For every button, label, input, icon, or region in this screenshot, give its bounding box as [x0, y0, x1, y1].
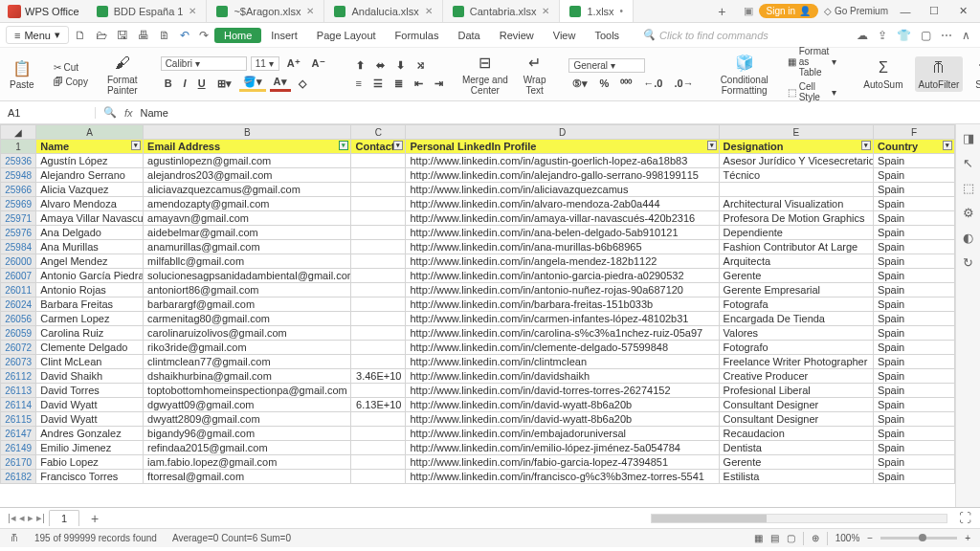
cell[interactable]: Spain [874, 441, 955, 455]
indent-icon[interactable]: ⇤ [411, 77, 427, 91]
menu-formulas[interactable]: Formulas [386, 28, 449, 43]
cell[interactable]: Spain [874, 298, 955, 312]
row-header[interactable]: 26115 [1, 412, 36, 427]
grid[interactable]: ◢ABCDEF 1Name▾Email Address▾Contact▾Pers… [0, 124, 955, 507]
command-search[interactable]: 🔍 Click to find commands [631, 29, 851, 41]
cell[interactable]: Valores [719, 326, 874, 341]
cell[interactable]: Spain [874, 154, 955, 168]
cell[interactable]: Francisco Torres [36, 470, 144, 484]
cell[interactable]: refindaa2015@gmail.com [144, 441, 351, 455]
cell[interactable]: 6.13E+10 [351, 398, 406, 412]
view-page-icon[interactable]: ▢ [787, 533, 795, 543]
cell[interactable]: http://www.linkedin.com/in/agustin-goerl… [406, 154, 719, 168]
cell[interactable] [351, 283, 406, 298]
row-header[interactable]: 26056 [1, 312, 36, 326]
bold-button[interactable]: B [161, 77, 176, 90]
orientation-icon[interactable]: ⤭ [412, 58, 429, 73]
cell[interactable] [351, 427, 406, 441]
open-file-icon[interactable]: 🗁 [92, 29, 111, 42]
cell[interactable]: Carmen Lopez [36, 312, 144, 326]
cell[interactable]: Dentista [719, 441, 874, 455]
cell[interactable]: http://www.linkedin.com/in/ana-belen-del… [406, 226, 719, 240]
cell[interactable]: Spain [874, 355, 955, 369]
column-header[interactable]: D [406, 125, 719, 140]
cell[interactable]: Fotografo [719, 341, 874, 355]
cell[interactable]: http://www.linkedin.com/in/ana-murillas-… [406, 240, 719, 254]
sign-in-button[interactable]: Sign in👤 [759, 4, 819, 18]
cloud-icon[interactable]: ☁ [853, 29, 872, 42]
cell[interactable]: dgwyatt09@gmail.com [144, 398, 351, 412]
cell[interactable]: David Wyatt [36, 412, 144, 427]
properties-icon[interactable]: ◐ [961, 230, 976, 245]
row-header[interactable]: 26147 [1, 427, 36, 441]
cell[interactable] [351, 341, 406, 355]
align-middle-icon[interactable]: ⬌ [372, 58, 389, 73]
cell[interactable]: http://www.linkedin.com/in/amaya-villar-… [406, 211, 719, 226]
cell[interactable] [351, 211, 406, 226]
filter-dropdown-icon[interactable]: ▾ [943, 141, 952, 150]
new-file-icon[interactable]: 🗋 [71, 29, 90, 42]
format-painter-button[interactable]: 🖌Format Painter [103, 54, 142, 96]
collapse-ribbon-icon[interactable]: ⋯ [937, 29, 956, 42]
column-header[interactable]: A [36, 125, 144, 140]
cell[interactable]: Spain [874, 226, 955, 240]
cell-reference[interactable]: A1 [0, 107, 96, 119]
cell[interactable]: Spain [874, 197, 955, 211]
cell[interactable]: Spain [874, 455, 955, 470]
menu-review[interactable]: Review [490, 28, 544, 43]
tab-close-icon[interactable]: • [620, 6, 624, 16]
cell[interactable] [351, 240, 406, 254]
tab-close-icon[interactable]: ✕ [306, 6, 314, 16]
cell[interactable]: Gerente [719, 455, 874, 470]
cell[interactable]: Alejandro Serrano [36, 168, 144, 183]
cell[interactable]: Barbara Freitas [36, 298, 144, 312]
expand-grid-icon[interactable]: ⛶ [957, 511, 972, 526]
cell[interactable]: Spain [874, 283, 955, 298]
add-sheet-button[interactable]: + [83, 511, 106, 526]
row-header[interactable]: 26113 [1, 384, 36, 398]
row-header[interactable]: 26000 [1, 254, 36, 269]
column-header[interactable]: E [719, 125, 874, 140]
comma-icon[interactable]: ⁰⁰⁰ [616, 77, 635, 91]
number-format-select[interactable]: General ▾ [568, 58, 645, 73]
close-button[interactable]: ✕ [951, 5, 974, 17]
cell[interactable]: bigandy96@gmail.com [144, 427, 351, 441]
select-all-corner[interactable]: ◢ [1, 125, 36, 140]
column-header[interactable]: B [144, 125, 351, 140]
increase-decimal-icon[interactable]: ←.0 [639, 77, 666, 90]
cell[interactable] [351, 154, 406, 168]
panel-toggle-icon[interactable]: ◨ [961, 130, 976, 145]
header-cell[interactable]: Email Address▾ [144, 140, 351, 154]
copy-button[interactable]: 🗐 Copy [50, 76, 92, 88]
go-premium-button[interactable]: ◇ Go Premium [824, 6, 888, 16]
header-cell[interactable]: Country▾ [874, 140, 955, 154]
cell[interactable]: amendozapty@gmail.com [144, 197, 351, 211]
cell[interactable]: http://www.linkedin.com/in/aliciavazquez… [406, 183, 719, 197]
cell[interactable]: Angel Mendez [36, 254, 144, 269]
cell[interactable]: clintmclean77@gmail.com [144, 355, 351, 369]
view-layout-icon[interactable]: ▤ [770, 533, 779, 543]
fx-icon[interactable]: fx [124, 107, 133, 119]
row-header[interactable]: 1 [1, 140, 36, 154]
cell[interactable]: http://www.linkedin.com/in/barbara-freit… [406, 298, 719, 312]
increase-font-icon[interactable]: A⁺ [283, 56, 304, 71]
cell[interactable] [351, 183, 406, 197]
cell[interactable]: Estilista [719, 470, 874, 484]
formula-content[interactable]: Name [141, 107, 168, 119]
underline-button[interactable]: U [194, 77, 210, 90]
print-preview-icon[interactable]: 🗎 [155, 29, 174, 42]
new-tab-button[interactable]: + [706, 4, 737, 19]
cell[interactable]: amayavn@gmail.com [144, 211, 351, 226]
cell[interactable]: Spain [874, 211, 955, 226]
clear-format-button[interactable]: ◇ [295, 77, 310, 91]
cell[interactable]: Spain [874, 427, 955, 441]
menu-button[interactable]: ≡ Menu ▾ [6, 26, 69, 44]
cell[interactable]: Gerente Empresarial [719, 283, 874, 298]
ribbon-toggle-icon[interactable]: ∧ [958, 29, 974, 42]
menu-page-layout[interactable]: Page Layout [307, 28, 386, 43]
cell[interactable]: http://www.linkedin.com/in/clemente-delg… [406, 341, 719, 355]
cell[interactable] [351, 470, 406, 484]
row-header[interactable]: 26011 [1, 283, 36, 298]
cell[interactable] [351, 384, 406, 398]
cell[interactable]: Spain [874, 312, 955, 326]
